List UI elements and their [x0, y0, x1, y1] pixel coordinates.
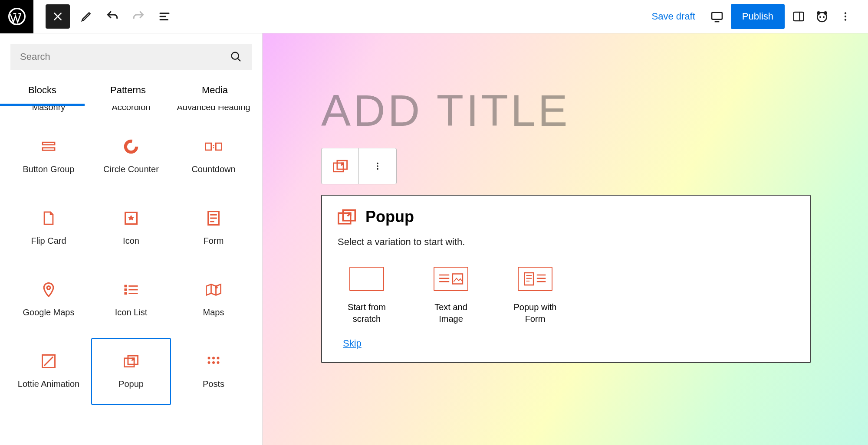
text-image-variation-icon [434, 267, 468, 291]
svg-rect-13 [43, 148, 55, 151]
block-posts[interactable]: Posts [174, 338, 253, 405]
popup-variations: Start from scratch Text and Image Popup … [338, 267, 794, 325]
svg-rect-2 [794, 12, 804, 21]
svg-point-29 [208, 357, 210, 360]
block-maps[interactable]: Maps [174, 266, 253, 334]
posts-icon [207, 353, 220, 369]
toolbar-right: Save draft Publish [644, 4, 868, 29]
block-circle-counter[interactable]: Circle Counter [91, 123, 171, 190]
block-countdown[interactable]: Countdown [174, 123, 253, 190]
button-group-icon [41, 139, 56, 154]
undo-button[interactable] [103, 7, 122, 26]
icon-block-icon [125, 210, 138, 226]
close-inserter-button[interactable] [46, 4, 70, 29]
popup-block-title: Popup [365, 208, 414, 226]
publish-button[interactable]: Publish [731, 4, 785, 29]
svg-rect-24 [124, 292, 127, 295]
settings-sidebar-toggle[interactable] [789, 7, 808, 26]
block-advanced-heading[interactable]: Advanced Heading [174, 106, 253, 119]
variation-text-and-image[interactable]: Text and Image [427, 267, 475, 325]
wordpress-logo[interactable] [0, 0, 33, 33]
list-view-icon [158, 10, 171, 23]
save-draft-button[interactable]: Save draft [644, 7, 703, 26]
block-type-button[interactable] [322, 148, 359, 184]
svg-point-32 [208, 361, 210, 364]
svg-rect-22 [124, 285, 127, 288]
lottie-icon [42, 353, 56, 369]
svg-point-10 [845, 19, 846, 20]
post-title-placeholder[interactable]: ADD TITLE [321, 85, 570, 136]
block-more-button[interactable] [359, 148, 396, 184]
block-flip-card[interactable]: Flip Card [9, 195, 89, 262]
tab-blocks[interactable]: Blocks [0, 80, 85, 106]
desktop-icon [710, 10, 724, 23]
search-box[interactable] [10, 44, 252, 70]
wordpress-icon [8, 8, 26, 25]
toolbar-left [33, 4, 174, 29]
svg-rect-43 [525, 273, 533, 285]
svg-point-38 [377, 165, 378, 167]
editor-main: Blocks Patterns Media Masonry Accordion … [0, 33, 868, 445]
block-google-maps[interactable]: Google Maps [9, 266, 89, 334]
block-toolbar [321, 148, 397, 184]
popup-icon [338, 209, 356, 225]
tab-media[interactable]: Media [171, 80, 258, 106]
flip-card-icon [42, 210, 55, 226]
block-popup[interactable]: Popup [91, 338, 171, 405]
variation-start-from-scratch[interactable]: Start from scratch [343, 267, 391, 325]
svg-point-31 [217, 357, 220, 360]
svg-point-6 [819, 16, 821, 18]
variation-popup-with-form[interactable]: Popup with Form [511, 267, 559, 325]
redo-button[interactable] [129, 7, 148, 26]
svg-point-8 [845, 12, 846, 14]
icon-list-icon [124, 282, 138, 298]
form-variation-icon [518, 267, 552, 291]
block-button-group[interactable]: Button Group [9, 123, 89, 190]
preview-button[interactable] [707, 7, 727, 26]
svg-point-39 [377, 168, 378, 170]
form-icon [207, 210, 220, 226]
svg-point-7 [823, 16, 825, 18]
svg-point-21 [47, 286, 50, 290]
close-icon [52, 11, 63, 22]
block-inserter-panel: Blocks Patterns Media Masonry Accordion … [0, 33, 263, 445]
svg-rect-16 [216, 143, 221, 150]
svg-point-5 [824, 11, 827, 15]
svg-point-37 [377, 163, 378, 164]
skip-link[interactable]: Skip [338, 338, 794, 349]
edit-tool-button[interactable] [77, 7, 96, 26]
svg-point-4 [817, 11, 820, 15]
popup-block-placeholder: Popup Select a variation to start with. … [321, 195, 811, 363]
sidebar-icon [792, 10, 805, 23]
undo-icon [105, 10, 119, 23]
block-lottie-animation[interactable]: Lottie Animation [9, 338, 89, 405]
redo-icon [132, 10, 145, 23]
circle-counter-icon [124, 139, 138, 154]
popup-block-icon [124, 353, 138, 369]
editor-canvas[interactable]: ADD TITLE Popup Select a variation to st… [263, 33, 868, 445]
panda-icon [815, 10, 829, 23]
countdown-icon [205, 139, 222, 154]
pencil-icon [80, 10, 93, 23]
search-input[interactable] [20, 51, 230, 62]
svg-point-9 [845, 16, 846, 17]
plugin-button[interactable] [812, 7, 832, 26]
document-overview-button[interactable] [155, 7, 174, 26]
block-masonry[interactable]: Masonry [9, 106, 89, 119]
block-icon-list[interactable]: Icon List [91, 266, 171, 334]
blank-variation-icon [349, 267, 384, 291]
tab-patterns[interactable]: Patterns [85, 80, 171, 106]
svg-rect-15 [205, 143, 211, 150]
more-options-button[interactable] [836, 7, 855, 26]
inserter-tabs: Blocks Patterns Media [0, 80, 262, 106]
block-form[interactable]: Form [174, 195, 253, 262]
svg-rect-23 [124, 288, 127, 291]
block-icon[interactable]: Icon [91, 195, 171, 262]
svg-point-14 [125, 141, 137, 152]
dots-vertical-icon [840, 11, 851, 22]
blocks-list: Masonry Accordion Advanced Heading Butto… [0, 106, 262, 445]
svg-point-25 [215, 286, 218, 289]
svg-rect-1 [712, 13, 722, 20]
block-accordion[interactable]: Accordion [91, 106, 171, 119]
svg-point-30 [212, 357, 215, 360]
